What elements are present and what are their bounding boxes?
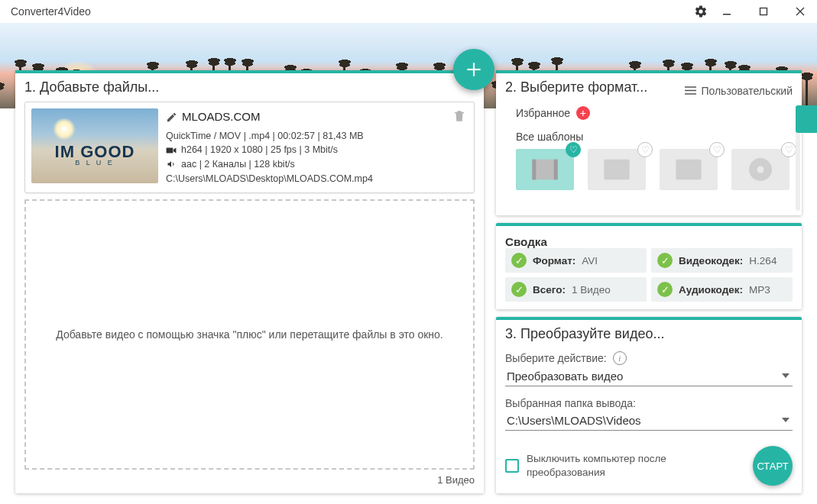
template-row: ♡ ♡ ♡ ♡ xyxy=(516,149,793,190)
delete-file-button[interactable] xyxy=(452,108,468,126)
drop-hint: Добавьте видео с помощью значка "плюс" и… xyxy=(56,328,443,341)
step2-title: 2. Выберите формат... xyxy=(505,79,647,95)
template-item-video-3[interactable]: ♡ xyxy=(660,149,718,190)
disc-icon xyxy=(747,156,774,183)
summary-total: ✓ Всего: 1 Видео xyxy=(505,277,647,302)
add-file-button[interactable] xyxy=(453,49,494,90)
file-item[interactable]: IM GOOD B L U E MLOADS.COM QuickTime / M… xyxy=(24,102,475,193)
app-title: Converter4Video xyxy=(11,5,91,18)
summary-videocodec: ✓ Видеокодек: H.264 xyxy=(651,248,793,273)
all-templates-label: Все шаблоны xyxy=(516,131,793,143)
svg-rect-8 xyxy=(554,160,558,180)
step3-title: 3. Преобразуйте видео... xyxy=(505,326,793,342)
edit-icon[interactable] xyxy=(166,111,177,123)
output-label: Выбранная папка вывода: xyxy=(505,397,636,409)
drop-zone[interactable]: Добавьте видео с помощью значка "плюс" и… xyxy=(24,199,475,470)
trash-icon xyxy=(452,108,466,124)
file-audio-line: aac | 2 Каналы | 128 kbit/s xyxy=(181,157,295,172)
svg-rect-10 xyxy=(676,160,701,180)
minimize-icon xyxy=(722,7,731,16)
gear-icon xyxy=(694,5,708,18)
settings-button[interactable] xyxy=(690,1,712,22)
summary-format: ✓ Формат: AVI xyxy=(505,248,647,273)
check-icon: ✓ xyxy=(657,282,673,297)
sliders-icon xyxy=(685,86,696,95)
svg-rect-1 xyxy=(760,8,767,15)
svg-rect-2 xyxy=(167,147,173,153)
file-count: 1 Видео xyxy=(24,470,475,486)
action-select[interactable]: Преобразовать видео xyxy=(505,367,793,386)
file-format-line: QuickTime / MOV | .mp4 | 00:02:57 | 81,4… xyxy=(166,129,445,144)
close-icon xyxy=(796,7,805,16)
plus-icon xyxy=(464,60,484,79)
panel-summary: Сводка ✓ Формат: AVI ✓ Видеокодек: H.264… xyxy=(496,223,802,309)
favorites-label: Избранное xyxy=(516,107,570,119)
svg-rect-9 xyxy=(604,160,629,180)
shutdown-label: Выключить компьютер после преобразования xyxy=(527,452,702,479)
panel-choose-format: 2. Выберите формат... Пользовательский И… xyxy=(496,70,802,215)
svg-rect-0 xyxy=(723,14,731,15)
start-button[interactable]: СТАРТ xyxy=(753,446,793,486)
summary-audiocodec: ✓ Аудиокодек: MP3 xyxy=(651,277,793,302)
file-metadata: MLOADS.COM QuickTime / MOV | .mp4 | 00:0… xyxy=(166,108,445,186)
output-folder-select[interactable]: C:\Users\MLOADS\Videos xyxy=(505,411,793,431)
speaker-icon xyxy=(166,160,177,169)
custom-format-button[interactable]: Пользовательский xyxy=(685,85,793,97)
heart-icon[interactable]: ♡ xyxy=(566,142,581,157)
action-label: Выберите действие: xyxy=(505,352,607,364)
svg-rect-7 xyxy=(532,160,536,180)
heart-icon[interactable]: ♡ xyxy=(637,142,653,157)
main-content: 1. Добавьте файлы... IM GOOD B L U E MLO… xyxy=(15,70,802,493)
file-path: C:\Users\MLOADS\Desktop\MLOADS.COM.mp4 xyxy=(166,172,445,186)
heart-icon[interactable]: ♡ xyxy=(709,142,725,157)
file-thumbnail: IM GOOD B L U E xyxy=(31,108,158,183)
film-icon xyxy=(530,157,560,183)
svg-rect-4 xyxy=(685,90,696,92)
film-icon xyxy=(673,157,704,183)
svg-rect-5 xyxy=(685,93,696,95)
close-button[interactable] xyxy=(789,1,811,22)
panel-add-files: 1. Добавьте файлы... IM GOOD B L U E MLO… xyxy=(15,70,484,493)
heart-icon[interactable]: ♡ xyxy=(781,142,796,157)
camera-icon xyxy=(166,146,177,155)
check-icon: ✓ xyxy=(511,282,527,297)
summary-title: Сводка xyxy=(505,235,793,248)
svg-rect-3 xyxy=(685,86,696,88)
titlebar: Converter4Video xyxy=(0,0,817,23)
maximize-button[interactable] xyxy=(753,1,774,22)
film-icon xyxy=(601,157,632,183)
minimize-button[interactable] xyxy=(716,1,738,22)
info-icon[interactable]: i xyxy=(613,351,627,365)
add-favorite-button[interactable]: + xyxy=(576,106,590,120)
check-icon: ✓ xyxy=(657,253,673,268)
check-icon: ✓ xyxy=(511,253,527,268)
panel-convert: 3. Преобразуйте видео... Выберите действ… xyxy=(496,317,802,493)
template-item-video-2[interactable]: ♡ xyxy=(588,149,646,190)
step1-title: 1. Добавьте файлы... xyxy=(24,79,475,95)
maximize-icon xyxy=(759,7,768,16)
file-video-line: h264 | 1920 x 1080 | 25 fps | 3 Mbit/s xyxy=(181,143,338,157)
template-item-disc[interactable]: ♡ xyxy=(731,149,789,190)
file-name: MLOADS.COM xyxy=(182,108,261,126)
format-scrollbar[interactable] xyxy=(796,105,800,211)
svg-point-12 xyxy=(757,166,764,173)
template-item-video[interactable]: ♡ xyxy=(516,149,574,190)
shutdown-checkbox[interactable] xyxy=(505,459,519,473)
